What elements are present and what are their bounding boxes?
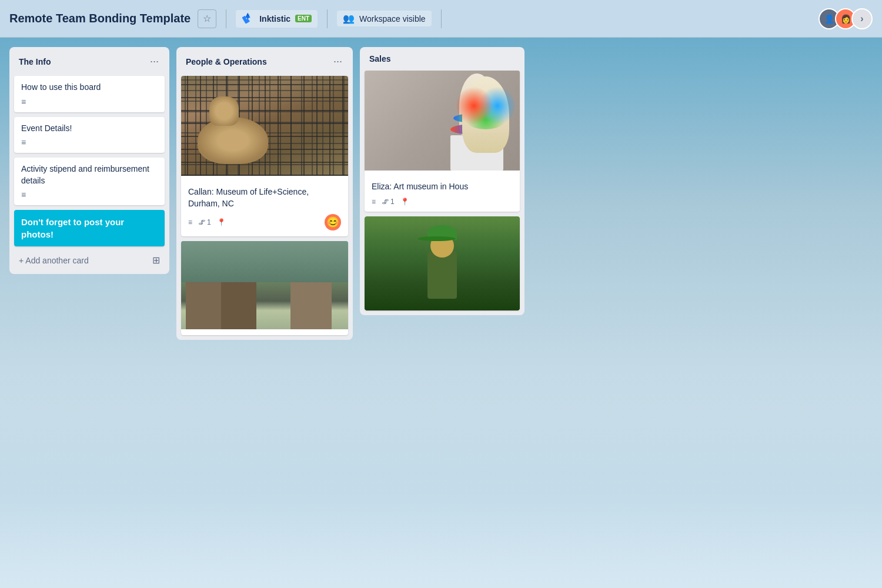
card-person-nature[interactable] bbox=[365, 216, 520, 310]
template-icon: ⊞ bbox=[152, 255, 160, 266]
card-activity-stipend[interactable]: Activity stipend and reimbursement detai… bbox=[14, 158, 165, 205]
card-eliza-desc-badge: ≡ bbox=[372, 198, 376, 206]
avatar-list: 👤 👩 › bbox=[818, 8, 873, 29]
card-eliza-location-badge: 📍 bbox=[400, 198, 409, 206]
card-eliza-content: Eliza: Art museum in Hous ≡ 🖇 1 📍 bbox=[365, 176, 520, 206]
card-eliza-attachment-badge: 🖇 1 bbox=[382, 198, 395, 206]
card-person-image bbox=[365, 216, 520, 310]
card-callan-title: Callan: Museum of Life+Science, Durham, … bbox=[188, 187, 309, 208]
column-people-ops: People & Operations ··· Callan: Museum o… bbox=[176, 47, 353, 340]
location-icon: 📍 bbox=[217, 218, 226, 226]
card-how-to-use[interactable]: How to use this board bbox=[14, 76, 165, 112]
card-eliza-image bbox=[365, 71, 520, 171]
card-building[interactable] bbox=[181, 241, 348, 335]
board-title: Remote Team Bonding Template bbox=[9, 12, 191, 25]
column-the-info-menu-button[interactable]: ··· bbox=[146, 54, 162, 69]
header: Remote Team Bonding Template ☆ Inktistic… bbox=[0, 0, 882, 38]
card-callan-image bbox=[181, 76, 348, 176]
person-body bbox=[427, 252, 457, 299]
star-button[interactable]: ☆ bbox=[198, 9, 216, 28]
card-callan-avatar: 😊 bbox=[325, 214, 341, 230]
column-people-ops-title: People & Operations bbox=[186, 57, 267, 66]
card-eliza-footer: ≡ 🖇 1 📍 bbox=[372, 198, 513, 206]
column-the-info-title: The Info bbox=[19, 57, 51, 66]
card-dont-forget[interactable]: Don't forget to post your photos! bbox=[14, 210, 165, 246]
card-callan-footer: ≡ 🖇 1 📍 😊 bbox=[188, 214, 341, 230]
card-callan[interactable]: Callan: Museum of Life+Science, Durham, … bbox=[181, 76, 348, 236]
add-card-button-info[interactable]: + Add another card ⊞ bbox=[14, 251, 165, 269]
card-event-details-desc-icon bbox=[21, 138, 158, 147]
card-activity-stipend-desc-icon bbox=[21, 190, 158, 199]
card-activity-stipend-title: Activity stipend and reimbursement detai… bbox=[21, 164, 149, 185]
animal-head bbox=[209, 96, 239, 126]
eliza-location-icon: 📍 bbox=[400, 198, 409, 206]
card-eliza[interactable]: Eliza: Art museum in Hous ≡ 🖇 1 📍 bbox=[365, 71, 520, 212]
column-the-info: The Info ··· How to use this board Event… bbox=[9, 47, 169, 274]
divider-2 bbox=[327, 9, 328, 28]
divider-3 bbox=[441, 9, 442, 28]
board-background: The Info ··· How to use this board Event… bbox=[0, 38, 882, 588]
column-the-info-header: The Info ··· bbox=[14, 52, 165, 71]
people-icon: 👥 bbox=[343, 13, 355, 24]
column-people-ops-header: People & Operations ··· bbox=[181, 52, 348, 71]
divider-1 bbox=[226, 9, 226, 28]
card-callan-content: Callan: Museum of Life+Science, Durham, … bbox=[181, 182, 348, 230]
column-people-ops-menu-button[interactable]: ··· bbox=[330, 54, 346, 69]
card-eliza-title: Eliza: Art museum in Hous bbox=[372, 182, 468, 191]
workspace-name: Inktistic bbox=[259, 14, 290, 24]
ent-badge: ENT bbox=[295, 15, 312, 22]
card-how-to-use-desc-icon bbox=[21, 97, 158, 106]
card-callan-desc-badge: ≡ bbox=[188, 218, 192, 226]
card-how-to-use-title: How to use this board bbox=[21, 82, 101, 92]
atlassian-icon bbox=[242, 12, 255, 25]
column-sales-header: Sales bbox=[365, 52, 520, 66]
sky bbox=[181, 241, 348, 282]
eliza-attachment-icon: 🖇 bbox=[382, 198, 389, 206]
column-sales-title: Sales bbox=[369, 54, 391, 64]
decoration-ring-2 bbox=[453, 113, 506, 123]
attachment-icon: 🖇 bbox=[198, 218, 205, 226]
card-callan-location-badge: 📍 bbox=[217, 218, 226, 226]
card-event-details[interactable]: Event Details! bbox=[14, 117, 165, 153]
card-event-details-title: Event Details! bbox=[21, 123, 72, 133]
building-right bbox=[290, 276, 332, 329]
pedestal bbox=[450, 135, 503, 171]
avatar-2-icon: 👩 bbox=[841, 14, 851, 24]
star-icon: ☆ bbox=[203, 13, 211, 24]
column-sales: Sales Eliza: Art museum in Hous bbox=[360, 47, 524, 315]
avatar-1-icon: 👤 bbox=[824, 14, 834, 24]
decoration-ring-1 bbox=[450, 123, 509, 135]
card-dont-forget-title: Don't forget to post your photos! bbox=[21, 217, 124, 239]
sculpture bbox=[459, 74, 495, 138]
visibility-text: Workspace visible bbox=[359, 14, 426, 24]
workspace-badge[interactable]: Inktistic ENT bbox=[236, 10, 318, 28]
columns-container: The Info ··· How to use this board Event… bbox=[0, 38, 882, 588]
card-building-image bbox=[181, 241, 348, 329]
add-card-label: + Add another card bbox=[19, 256, 89, 265]
avatar-expand[interactable]: › bbox=[851, 8, 873, 29]
hat-brim bbox=[417, 236, 456, 241]
visibility-button[interactable]: 👥 Workspace visible bbox=[337, 11, 432, 26]
card-callan-attachment-badge: 🖇 1 bbox=[198, 218, 211, 226]
